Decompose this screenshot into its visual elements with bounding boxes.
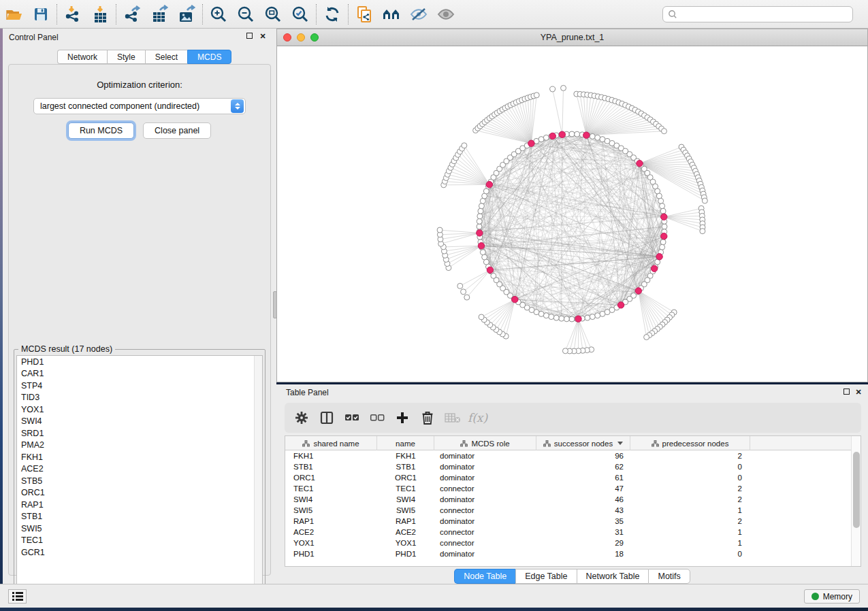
- import-table-icon[interactable]: [86, 2, 114, 27]
- column-settings-gear-icon[interactable]: [290, 406, 312, 429]
- ring-node[interactable]: [569, 316, 575, 322]
- mcds-result-item[interactable]: ACE2: [17, 463, 262, 476]
- optimization-criterion-select[interactable]: largest connected component (undirected): [33, 98, 246, 114]
- select-all-columns-icon[interactable]: [340, 406, 363, 429]
- leaf-node[interactable]: [661, 129, 666, 134]
- mcds-hub-node[interactable]: [528, 140, 534, 146]
- ring-node[interactable]: [480, 250, 485, 255]
- mcds-result-item[interactable]: FKH1: [17, 451, 262, 463]
- mcds-result-item[interactable]: SRD1: [17, 427, 262, 440]
- ring-node[interactable]: [660, 240, 666, 245]
- hide-selected-icon[interactable]: [405, 2, 432, 27]
- leaf-node[interactable]: [464, 295, 470, 300]
- mcds-result-item[interactable]: YOX1: [17, 403, 262, 416]
- table-row[interactable]: SWI5SWI5connector431: [285, 505, 851, 516]
- table-row[interactable]: PHD1PHD1dominator180: [285, 548, 851, 559]
- ring-node[interactable]: [569, 131, 575, 137]
- app-manager-button[interactable]: [8, 589, 27, 604]
- ring-node[interactable]: [590, 133, 595, 139]
- ring-node[interactable]: [553, 315, 559, 320]
- show-column-dialog-icon[interactable]: [315, 406, 338, 429]
- import-network-icon[interactable]: [59, 2, 86, 27]
- leaf-node[interactable]: [462, 143, 467, 148]
- float-panel-icon[interactable]: [245, 33, 253, 41]
- ring-node[interactable]: [595, 313, 600, 318]
- table-row[interactable]: STB1STB1dominator620: [285, 461, 851, 472]
- unselect-all-columns-icon[interactable]: [366, 406, 388, 429]
- mcds-hub-node[interactable]: [487, 267, 493, 273]
- delete-column-icon[interactable]: [416, 406, 438, 429]
- column-header-MCDS-role[interactable]: MCDS role: [434, 436, 536, 450]
- save-session-icon[interactable]: [27, 2, 54, 27]
- mcds-hub-node[interactable]: [635, 288, 641, 294]
- tab-motifs[interactable]: Motifs: [648, 569, 690, 584]
- tab-network-table[interactable]: Network Table: [577, 569, 649, 584]
- memory-button[interactable]: Memory: [804, 589, 860, 604]
- ring-node[interactable]: [660, 208, 666, 214]
- ring-node[interactable]: [585, 315, 590, 320]
- mcds-hub-node[interactable]: [661, 233, 667, 240]
- column-header-name[interactable]: name: [377, 436, 434, 450]
- zoom-out-icon[interactable]: [232, 2, 259, 27]
- zoom-fit-icon[interactable]: [259, 2, 287, 27]
- add-column-icon[interactable]: [391, 406, 413, 429]
- tab-edge-table[interactable]: Edge Table: [515, 569, 576, 584]
- mcds-result-item[interactable]: PHD1: [17, 356, 262, 368]
- ring-node[interactable]: [543, 135, 549, 140]
- leaf-node[interactable]: [457, 283, 463, 288]
- ring-node[interactable]: [660, 203, 665, 209]
- leaf-node[interactable]: [562, 348, 568, 354]
- refresh-layout-icon[interactable]: [319, 2, 346, 27]
- function-builder-icon[interactable]: f(x): [466, 406, 489, 429]
- mcds-result-item[interactable]: SWI5: [17, 523, 262, 535]
- ring-node[interactable]: [662, 224, 667, 229]
- mcds-result-item[interactable]: TEC1: [17, 535, 262, 547]
- mcds-result-item[interactable]: GCR1: [17, 546, 262, 559]
- export-image-icon[interactable]: [173, 2, 200, 27]
- quick-search-box[interactable]: [662, 6, 853, 22]
- mcds-hub-node[interactable]: [549, 133, 556, 139]
- export-network-icon[interactable]: [118, 2, 146, 27]
- export-table-icon[interactable]: [146, 2, 173, 27]
- mcds-result-item[interactable]: TID3: [17, 392, 262, 404]
- ring-node[interactable]: [590, 314, 595, 320]
- network-canvas[interactable]: [277, 47, 867, 382]
- mcds-result-item[interactable]: CAR1: [17, 368, 262, 380]
- mcds-hub-node[interactable]: [575, 316, 581, 322]
- ring-node[interactable]: [564, 316, 569, 322]
- table-scrollbar-thumb[interactable]: [853, 452, 860, 528]
- search-input[interactable]: [681, 10, 852, 19]
- mcds-result-item[interactable]: PMA2: [17, 440, 262, 452]
- leaf-node[interactable]: [561, 85, 566, 90]
- run-mcds-button[interactable]: Run MCDS: [68, 122, 134, 139]
- ring-node[interactable]: [559, 316, 564, 321]
- ring-node[interactable]: [658, 198, 664, 203]
- mcds-hub-node[interactable]: [651, 265, 657, 271]
- float-table-panel-icon[interactable]: [842, 389, 850, 397]
- mcds-hub-node[interactable]: [656, 254, 662, 260]
- leaf-node[interactable]: [461, 289, 466, 295]
- leaf-node[interactable]: [550, 86, 556, 92]
- tab-mcds[interactable]: MCDS: [187, 50, 231, 64]
- close-panel-button[interactable]: Close panel: [143, 122, 211, 139]
- zoom-in-icon[interactable]: [205, 2, 232, 27]
- mcds-result-item[interactable]: ORC1: [17, 487, 262, 499]
- tab-select[interactable]: Select: [145, 50, 187, 64]
- ring-node[interactable]: [477, 218, 482, 224]
- mcds-hub-node[interactable]: [617, 302, 624, 308]
- mcds-hub-node[interactable]: [583, 132, 590, 138]
- mcds-hub-node[interactable]: [477, 230, 483, 236]
- table-row[interactable]: TEC1TEC1connector472: [285, 483, 851, 494]
- tab-network[interactable]: Network: [57, 50, 107, 64]
- copy-network-icon[interactable]: [351, 2, 378, 27]
- zoom-selected-icon[interactable]: [287, 2, 314, 27]
- ring-node[interactable]: [479, 203, 484, 209]
- tab-node-table[interactable]: Node Table: [454, 569, 515, 584]
- open-file-icon[interactable]: [0, 2, 27, 27]
- ring-node[interactable]: [477, 214, 483, 219]
- ring-node[interactable]: [575, 131, 580, 137]
- mcds-hub-node[interactable]: [559, 131, 565, 137]
- show-all-icon[interactable]: [432, 2, 460, 27]
- table-row[interactable]: ORC1ORC1dominator610: [285, 472, 851, 483]
- ring-node[interactable]: [477, 224, 482, 229]
